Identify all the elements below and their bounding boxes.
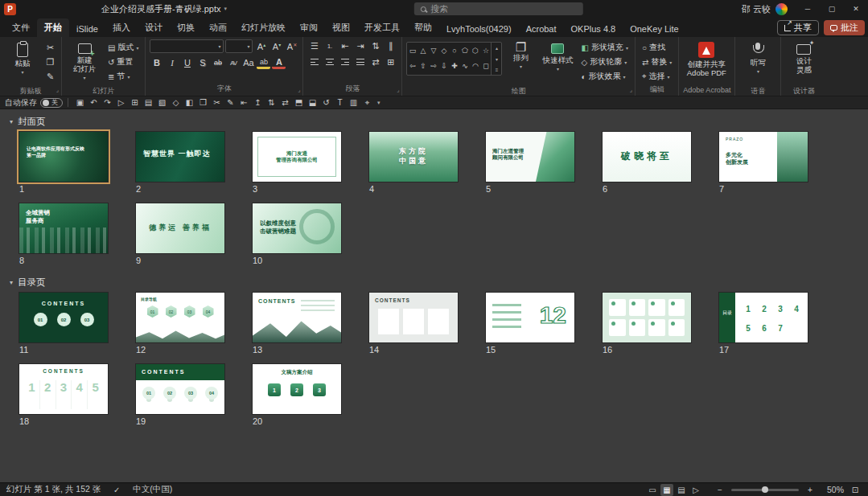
swap-icon[interactable]: ⇄ (278, 96, 292, 109)
shape-option[interactable]: ⇧ (418, 58, 428, 73)
format-painter-button[interactable]: ✎ (43, 70, 57, 83)
slide-thumbnail-18[interactable]: CONTENTS12345 (19, 364, 108, 414)
text-box-icon[interactable]: T (333, 96, 347, 109)
decrease-indent-button[interactable]: ⇤ (338, 39, 352, 52)
change-case-button[interactable]: Aa (241, 56, 255, 69)
copy-button[interactable]: ❐ (43, 55, 57, 68)
justify-button[interactable] (353, 55, 367, 68)
slide-thumbnail-14[interactable]: CONTENTS (369, 293, 458, 342)
strikethrough-button[interactable]: ab (211, 56, 224, 69)
slide-thumbnail-11[interactable]: CONTENTS010203 (19, 293, 108, 342)
normal-view-icon[interactable]: ▭ (646, 484, 659, 496)
tab-LvyhTools(0429)[interactable]: LvyhTools(0429) (439, 21, 519, 37)
bring-forward-icon[interactable]: ⬒ (292, 96, 306, 109)
paste-button[interactable]: 粘贴 ▾ (4, 39, 41, 84)
replace-button[interactable]: ⇄替换▾ (640, 55, 674, 68)
tab-视图[interactable]: 视图 (325, 18, 357, 37)
slide-thumbnail-3[interactable]: 海门友通管理咨询有限公司 (253, 132, 341, 182)
character-spacing-button[interactable]: AV (226, 56, 240, 69)
tab-开发工具[interactable]: 开发工具 (357, 18, 407, 37)
insert-image-icon[interactable]: ▧ (155, 96, 169, 109)
zoom-slider[interactable] (731, 489, 799, 491)
line-spacing-button[interactable]: ⇅ (368, 39, 382, 52)
columns-button[interactable]: ∥ (384, 39, 397, 52)
shape-option[interactable]: ☆ (480, 43, 491, 58)
slideshow-view-icon[interactable]: ▷ (689, 484, 702, 496)
dictate-button[interactable]: 听写 ▾ (739, 39, 776, 84)
shape-option[interactable]: ▽ (428, 43, 438, 58)
shapes-gallery[interactable]: ▭△▽◇○⬠⬡☆⇦⇧⇨⇩✚∿◠◻ ▴▾≡ (406, 42, 502, 76)
start-slideshow-icon[interactable]: ▷ (114, 96, 128, 109)
tab-帮助[interactable]: 帮助 (407, 18, 439, 37)
slide-thumbnail-13[interactable]: CONTENTS (253, 293, 341, 342)
shape-option[interactable]: ◇ (438, 43, 449, 58)
slide-thumbnail-4[interactable]: 东方院中国意 (369, 132, 458, 182)
slide-sorter-view-icon[interactable]: ▦ (660, 484, 673, 496)
numbering-button[interactable]: 1. (323, 39, 336, 52)
qat-overflow-button[interactable]: ▾ (377, 100, 381, 106)
slide-thumbnail-20[interactable]: 文稿方案介绍123 (253, 364, 341, 414)
scroll-up-icon[interactable]: ▴ (496, 45, 498, 51)
shape-effects-button[interactable]: ◐形状效果▾ (578, 70, 627, 83)
align-top-icon[interactable]: ↥ (251, 96, 265, 109)
clear-formatting-button[interactable]: A✕ (285, 40, 298, 53)
shape-option[interactable]: ⬠ (459, 43, 470, 58)
layout-button[interactable]: ▤版式▾ (105, 41, 141, 54)
scroll-down-icon[interactable]: ▾ (496, 56, 498, 62)
dialog-launcher-icon[interactable]: ⌟ (630, 87, 632, 93)
redo-icon[interactable]: ↷ (101, 96, 114, 109)
new-slide-button[interactable]: 新建幻灯片 ▾ (66, 39, 103, 84)
slide-thumbnail-19[interactable]: CONTENTS01020304 (136, 364, 224, 414)
bullets-button[interactable]: ☰ (307, 39, 321, 52)
text-direction-button[interactable]: ⇄ (368, 55, 382, 68)
gallery-more-icon[interactable]: ≡ (496, 68, 499, 72)
fill-color-icon[interactable]: ◧ (183, 96, 196, 109)
font-size-select[interactable]: ▾ (225, 39, 253, 53)
font-color-button[interactable]: A (272, 56, 286, 69)
format-painter-icon[interactable]: ✎ (224, 96, 237, 109)
shape-option[interactable]: ⬡ (470, 43, 480, 58)
section-header-目录页[interactable]: ▾ 目录页 (10, 273, 868, 291)
tab-设计[interactable]: 设计 (138, 18, 170, 37)
zoom-slider-knob[interactable] (762, 486, 768, 493)
minimize-button[interactable]: ─ (796, 0, 820, 18)
close-button[interactable]: ✕ (844, 0, 868, 18)
underline-button[interactable]: U (180, 56, 194, 69)
zoom-level[interactable]: 50% (821, 485, 844, 494)
tab-切换[interactable]: 切换 (170, 18, 202, 37)
dialog-launcher-icon[interactable]: ⌟ (397, 87, 399, 93)
quick-styles-button[interactable]: 快速样式 ▾ (539, 39, 576, 84)
slide-indicator[interactable]: 幻灯片 第 1 张, 共 152 张 (6, 484, 101, 495)
bold-button[interactable]: B (150, 56, 163, 69)
shape-option[interactable]: ⇩ (438, 58, 449, 73)
shape-option[interactable]: ▭ (407, 43, 418, 58)
user-name[interactable]: 邵 云较 (742, 3, 771, 15)
convert-smartart-button[interactable]: ⊞ (384, 55, 397, 68)
undo-icon[interactable]: ↶ (87, 96, 101, 109)
zoom-out-button[interactable]: − (714, 484, 726, 496)
slide-thumbnail-5[interactable]: 海门左道管理顾问有限公司 (486, 132, 574, 182)
reading-view-icon[interactable]: ▤ (675, 484, 688, 496)
slide-thumbnail-9[interactable]: 德养运 善养福 (136, 203, 224, 253)
tab-开始[interactable]: 开始 (37, 18, 69, 37)
share-button[interactable]: 共享 (777, 20, 819, 35)
distribute-icon[interactable]: ⇅ (265, 96, 278, 109)
copy-icon[interactable]: ❐ (196, 96, 210, 109)
select-objects-icon[interactable]: ⌖ (360, 96, 374, 109)
text-shadow-button[interactable]: S (195, 56, 209, 69)
section-button[interactable]: ≣节▾ (105, 70, 132, 83)
decrease-font-size-button[interactable]: A▾ (269, 40, 283, 53)
comments-button[interactable]: 批注 (824, 20, 865, 35)
increase-font-size-button[interactable]: A▴ (254, 40, 268, 53)
tab-OneKey Lite[interactable]: OneKey Lite (623, 21, 686, 37)
highlight-color-button[interactable]: ab (257, 56, 270, 69)
cut-icon[interactable]: ✂ (210, 96, 224, 109)
insert-shapes-icon[interactable]: ◇ (169, 96, 183, 109)
design-ideas-button[interactable]: 设计灵感 (785, 39, 822, 84)
rotate-icon[interactable]: ↺ (319, 96, 333, 109)
shape-option[interactable]: ⇨ (428, 58, 438, 73)
align-left-button[interactable] (307, 55, 321, 68)
send-backward-icon[interactable]: ⬓ (306, 96, 319, 109)
arrange-button[interactable]: ❐ 排列 ▾ (504, 39, 537, 84)
zoom-in-button[interactable]: + (804, 484, 817, 496)
